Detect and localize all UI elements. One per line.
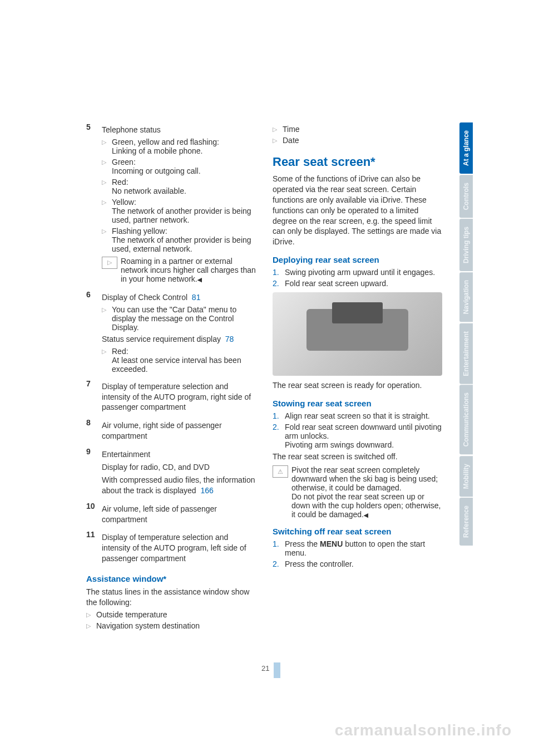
bullet: ▷Red:No network available. <box>102 178 256 195</box>
item-number: 7 <box>86 379 102 415</box>
list-item-5: 5 Telephone status ▷Green, yellow and re… <box>86 122 256 287</box>
bullet: ▷Flashing yellow:The network of another … <box>102 227 256 253</box>
warning: ⚠ Pivot the rear seat screen completely … <box>273 465 442 519</box>
step: 1.Align rear seat screen so that it is s… <box>273 411 442 420</box>
end-mark-icon: ▶ <box>197 276 202 283</box>
end-mark-icon: ▶ <box>364 512 368 519</box>
section-heading-deploy: Deploying rear seat screen <box>273 255 442 264</box>
bullet: ▷Outside temperature <box>86 610 256 619</box>
right-column: ▷Time ▷Date Rear seat screen* Some of th… <box>273 122 442 632</box>
triangle-icon: ▷ <box>273 125 283 134</box>
step: 2.Press the controller. <box>273 559 442 568</box>
list-item-6: 6 Display of Check Control 81 ▷You can u… <box>86 290 256 376</box>
triangle-icon: ▷ <box>102 305 112 332</box>
tab-entertainment[interactable]: Entertainment <box>459 323 473 384</box>
step-number: 2. <box>273 559 285 568</box>
section-heading-stow: Stowing rear seat screen <box>273 399 442 408</box>
page-ref-link[interactable]: 81 <box>192 293 201 302</box>
bullet: ▷Date <box>273 136 442 145</box>
page-number: 21 <box>261 664 269 672</box>
triangle-icon: ▷ <box>86 610 96 619</box>
triangle-icon: ▷ <box>102 347 112 374</box>
step-number: 2. <box>273 423 285 449</box>
page-ref-link[interactable]: 166 <box>200 486 213 495</box>
bullet: ▷Green:Incoming or outgoing call. <box>102 158 256 175</box>
bullet: ▷Red:At least one service interval has b… <box>102 347 256 374</box>
tab-driving-tips[interactable]: Driving tips <box>459 219 473 271</box>
item-number: 9 <box>86 447 102 498</box>
item-number: 5 <box>86 122 102 287</box>
triangle-icon: ▷ <box>102 158 112 175</box>
bullet: ▷You can use the "Car Data" menu to disp… <box>102 305 256 332</box>
bullet: ▷Time <box>273 125 442 134</box>
step: 1.Press the MENU button to open the star… <box>273 539 442 557</box>
bullet: ▷Green, yellow and red flashing:Linking … <box>102 138 256 155</box>
page-ref-link[interactable]: 78 <box>225 335 234 343</box>
triangle-icon: ▷ <box>102 178 112 195</box>
step: 1.Swing pivoting arm upward until it eng… <box>273 268 442 277</box>
stow-off-line: The rear seat screen is switched off. <box>273 451 442 462</box>
side-tabs: At a glance Controls Driving tips Naviga… <box>459 122 474 547</box>
rear-intro: Some of the functions of iDrive can also… <box>273 174 442 247</box>
section-heading-switch-off: Switching off rear seat screen <box>273 527 442 536</box>
triangle-icon: ▷ <box>273 136 283 145</box>
item-number: 11 <box>86 530 102 566</box>
note: ▷ Roaming in a partner or external netwo… <box>102 257 256 283</box>
page-number-marker <box>274 662 280 678</box>
bullet: ▷Yellow:The network of another provider … <box>102 198 256 224</box>
rear-seat-screen-figure <box>273 292 442 376</box>
tab-communications[interactable]: Communications <box>459 385 473 454</box>
assist-intro: The status lines in the assistance windo… <box>86 587 256 608</box>
triangle-icon: ▷ <box>102 227 112 253</box>
tab-at-a-glance[interactable]: At a glance <box>459 122 473 174</box>
step-number: 1. <box>273 539 285 557</box>
tab-mobility[interactable]: Mobility <box>459 456 473 497</box>
step-number: 1. <box>273 411 285 420</box>
tab-navigation[interactable]: Navigation <box>459 272 473 322</box>
list-item-8: 8 Air volume, right side of passenger co… <box>86 418 256 444</box>
item-number: 10 <box>86 502 102 527</box>
triangle-icon: ▷ <box>102 198 112 224</box>
list-item-10: 10 Air volume, left side of passenger co… <box>86 502 256 527</box>
warning-icon: ⚠ <box>273 465 288 478</box>
figure-caption: The rear seat screen is ready for operat… <box>273 380 442 391</box>
note-icon: ▷ <box>102 257 117 269</box>
step-number: 2. <box>273 279 285 288</box>
bullet: ▷Navigation system destination <box>86 621 256 630</box>
tab-reference[interactable]: Reference <box>459 498 473 546</box>
tab-controls[interactable]: Controls <box>459 175 473 218</box>
item-number: 8 <box>86 418 102 444</box>
step-number: 1. <box>273 268 285 277</box>
list-item-9: 9 Entertainment Display for radio, CD, a… <box>86 447 256 498</box>
item-number: 6 <box>86 290 102 376</box>
step: 2.Fold rear seat screen downward until p… <box>273 423 442 449</box>
watermark: carmanualsonline.info <box>335 721 512 739</box>
list-item-7: 7 Display of temperature selection and i… <box>86 379 256 415</box>
triangle-icon: ▷ <box>86 621 96 630</box>
left-column: 5 Telephone status ▷Green, yellow and re… <box>86 122 256 632</box>
section-heading-assistance: Assistance window* <box>86 574 256 583</box>
section-heading-rear-seat: Rear seat screen* <box>273 155 442 169</box>
step: 2.Fold rear seat screen upward. <box>273 279 442 288</box>
triangle-icon: ▷ <box>102 138 112 155</box>
list-item-11: 11 Display of temperature selection and … <box>86 530 256 566</box>
page-content: 5 Telephone status ▷Green, yellow and re… <box>86 122 442 632</box>
item-title: Telephone status <box>102 125 256 135</box>
